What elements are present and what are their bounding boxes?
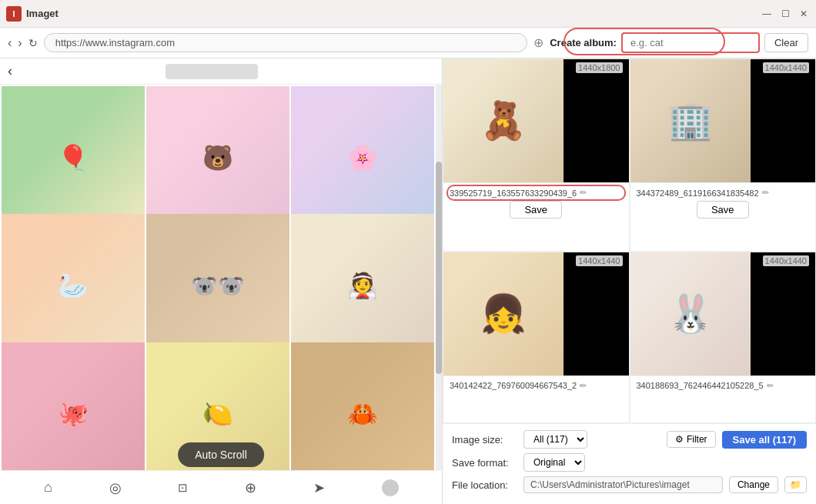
forward-button[interactable]: › [18,36,22,50]
filter-icon: ⚙ [675,434,684,445]
nav-explore-icon[interactable]: ◎ [109,479,122,496]
image-3-colored: 👧 [443,252,564,375]
nav-add-icon[interactable]: ⊕ [245,479,256,496]
image-card-2-footer: 344372489_6119166341835482 ✏ Save [630,182,816,223]
image-4-black [751,252,815,375]
grid-image-balloon[interactable]: 🎈 [2,86,145,229]
image-card-3: 1440x1440 👧 340142422_769760094667543_2 … [443,252,630,424]
right-panel: 1440x1800 🧸 339525719_163557633290439_6 … [443,58,816,504]
image-1-black [564,59,628,182]
bottom-nav: ⌂ ◎ ⊡ ⊕ ➤ [0,470,443,504]
filename-row-1: 339525719_163557633290439_6 ✏ [450,188,623,198]
grid-cell: 🐻 [146,86,289,229]
grid-image-flowers[interactable]: 🌸 [291,86,434,229]
image-card-4: 1440x1440 🐰 340188693_762446442105228_5 … [630,252,817,424]
maximize-btn[interactable]: ☐ [779,8,791,20]
save-button-1[interactable]: Save [510,201,562,219]
folder-icon-button[interactable]: 📁 [784,476,807,493]
address-input[interactable] [44,33,528,52]
album-input-wrapper [621,32,760,53]
format-select[interactable]: Original [523,453,585,472]
image-2-preview: 🏢 [630,59,816,182]
image-size-label: Image size: [452,434,517,446]
nav-reels-icon[interactable]: ⊡ [178,481,188,495]
image-card-3-footer: 340142422_769760094667543_2 ✏ [443,375,629,396]
image-card-4-top: 1440x1440 🐰 [630,252,816,375]
bookmark-icon: ⊕ [533,35,543,50]
change-button[interactable]: Change [729,476,778,493]
grid-image-octopus[interactable]: 🐙 [2,342,145,470]
profile-placeholder [166,64,258,79]
titlebar-left: I Imaget [6,6,59,22]
image-2-filename: 344372489_6119166341835482 ✏ [637,188,810,198]
filename-text-2: 344372489_6119166341835482 [637,189,759,198]
clear-button[interactable]: Clear [764,33,808,52]
filename-text-1: 339525719_163557633290439_6 [450,189,577,198]
scrollbar[interactable] [436,85,442,470]
image-card-2-top: 1440x1440 🏢 [630,59,816,182]
create-album-section: Create album: Clear [550,32,808,53]
image-grid: 🎈 🐻 🌸 🦢 🐨🐨 👰 [0,85,436,470]
titlebar: I Imaget — ☐ ✕ [0,0,816,28]
back-button[interactable]: ‹ [8,36,12,50]
auto-scroll-button[interactable]: Auto Scroll [178,442,264,467]
filter-label: Filter [687,434,707,445]
save-button-2[interactable]: Save [697,201,749,219]
edit-icon-2[interactable]: ✏ [762,188,769,198]
edit-icon-3[interactable]: ✏ [580,381,587,391]
save-format-label: Save format: [452,457,517,469]
file-path-input[interactable] [523,476,723,493]
grid-image-bears-group[interactable]: 🐨🐨 [146,214,289,357]
image-card-3-top: 1440x1440 👧 [443,252,629,375]
filter-button[interactable]: ⚙ Filter [667,431,716,448]
close-btn[interactable]: ✕ [798,8,810,20]
grid-scroll-area: 🎈 🐻 🌸 🦢 🐨🐨 👰 [0,85,442,470]
save-format-row: Save format: Original [452,453,807,472]
edit-icon-4[interactable]: ✏ [767,381,774,391]
filename-text-3: 340142422_769760094667543_2 [450,381,577,390]
grid-image-bride[interactable]: 👰 [291,214,434,357]
image-3-preview: 👧 [443,252,629,375]
image-4-dimensions: 1440x1440 [763,255,809,266]
edit-icon-1[interactable]: ✏ [580,188,587,198]
grid-cell: 🦀 [291,342,434,470]
left-header: ‹ [0,58,442,85]
grid-cell: 🦢 [2,214,145,357]
main-content: ‹ 🎈 🐻 🌸 🦢 [0,58,816,504]
grid-image-goose[interactable]: 🦢 [2,214,145,357]
image-card-4-footer: 340188693_762446442105228_5 ✏ [630,375,816,396]
image-size-select[interactable]: All (117) [523,430,587,449]
nav-profile-icon[interactable] [382,479,399,496]
grid-cell: 🐙 [2,342,145,470]
panel-back-button[interactable]: ‹ [8,63,12,79]
grid-cell: 🐨🐨 [146,214,289,357]
save-all-button[interactable]: Save all (117) [722,431,807,449]
image-card-2: 1440x1440 🏢 344372489_6119166341835482 ✏… [630,58,817,252]
nav-home-icon[interactable]: ⌂ [44,479,52,496]
grid-cell: 👰 [291,214,434,357]
album-input[interactable] [621,32,760,53]
filename-text-4: 340188693_762446442105228_5 [637,381,764,390]
grid-cell: 🌸 [291,86,434,229]
file-location-label: File location: [452,479,517,491]
left-panel: ‹ 🎈 🐻 🌸 🦢 [0,58,443,504]
image-2-dimensions: 1440x1440 [763,62,809,73]
create-album-label: Create album: [550,37,617,48]
image-1-preview: 🧸 [443,59,629,182]
image-1-filename: 339525719_163557633290439_6 ✏ [450,188,623,198]
minimize-btn[interactable]: — [761,8,773,20]
image-1-dimensions: 1440x1800 [576,62,622,73]
refresh-button[interactable]: ↻ [28,37,38,49]
window-controls: — ☐ ✕ [761,8,810,20]
grid-image-crab[interactable]: 🦀 [291,342,434,470]
grid-image-bear-mirror[interactable]: 🐻 [146,86,289,229]
image-1-colored: 🧸 [443,59,564,182]
file-location-row: File location: Change 📁 [452,476,807,493]
image-card-1: 1440x1800 🧸 339525719_163557633290439_6 … [443,58,630,252]
image-3-black [564,252,628,375]
right-images-grid: 1440x1800 🧸 339525719_163557633290439_6 … [443,58,816,423]
image-card-1-top: 1440x1800 🧸 [443,59,629,182]
nav-send-icon[interactable]: ➤ [313,479,325,496]
grid-cell: 🎈 [2,86,145,229]
image-3-filename: 340142422_769760094667543_2 ✏ [450,381,623,391]
